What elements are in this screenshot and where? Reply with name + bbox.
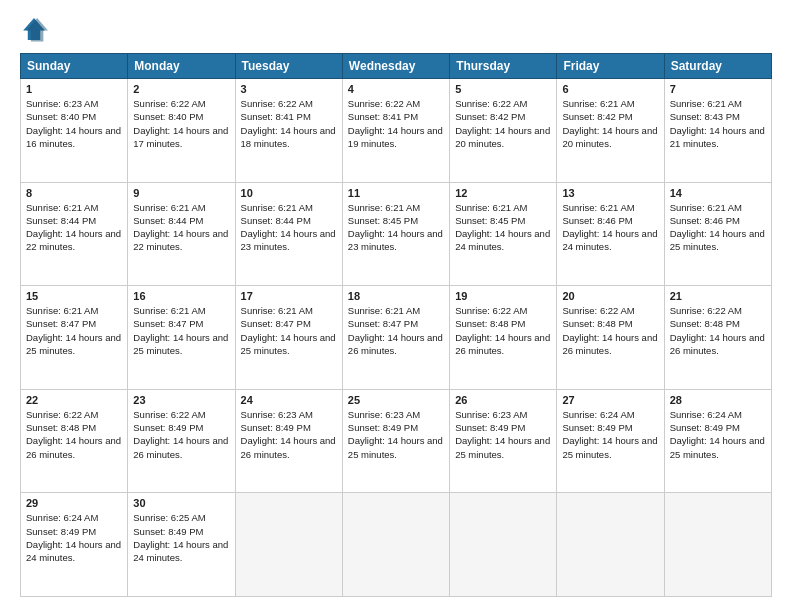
daylight-line: Daylight: 14 hours and 25 minutes. [670,434,766,461]
daylight-line: Daylight: 14 hours and 24 minutes. [455,227,551,254]
calendar-cell: 8 Sunrise: 6:21 AM Sunset: 8:44 PM Dayli… [21,182,128,286]
calendar-cell: 9 Sunrise: 6:21 AM Sunset: 8:44 PM Dayli… [128,182,235,286]
sunset-line: Sunset: 8:42 PM [562,110,658,123]
sunset-line: Sunset: 8:47 PM [348,317,444,330]
day-number: 13 [562,187,658,199]
sunset-line: Sunset: 8:49 PM [455,421,551,434]
calendar-cell: 25 Sunrise: 6:23 AM Sunset: 8:49 PM Dayl… [342,389,449,493]
sunrise-line: Sunrise: 6:21 AM [670,97,766,110]
daylight-line: Daylight: 14 hours and 25 minutes. [26,331,122,358]
sunset-line: Sunset: 8:45 PM [455,214,551,227]
day-header-sunday: Sunday [21,54,128,79]
sunset-line: Sunset: 8:48 PM [562,317,658,330]
day-header-thursday: Thursday [450,54,557,79]
sunrise-line: Sunrise: 6:22 AM [26,408,122,421]
calendar-cell: 26 Sunrise: 6:23 AM Sunset: 8:49 PM Dayl… [450,389,557,493]
day-number: 16 [133,290,229,302]
day-header-wednesday: Wednesday [342,54,449,79]
sunset-line: Sunset: 8:46 PM [562,214,658,227]
logo-icon [20,15,48,43]
daylight-line: Daylight: 14 hours and 20 minutes. [562,124,658,151]
day-number: 17 [241,290,337,302]
daylight-line: Daylight: 14 hours and 26 minutes. [670,331,766,358]
day-number: 22 [26,394,122,406]
calendar-cell: 17 Sunrise: 6:21 AM Sunset: 8:47 PM Dayl… [235,286,342,390]
sunrise-line: Sunrise: 6:23 AM [241,408,337,421]
day-number: 4 [348,83,444,95]
sunset-line: Sunset: 8:49 PM [133,421,229,434]
header [20,15,772,43]
daylight-line: Daylight: 14 hours and 22 minutes. [26,227,122,254]
calendar-cell [235,493,342,597]
sunset-line: Sunset: 8:41 PM [241,110,337,123]
sunrise-line: Sunrise: 6:22 AM [670,304,766,317]
sunrise-line: Sunrise: 6:24 AM [670,408,766,421]
sunset-line: Sunset: 8:44 PM [133,214,229,227]
day-number: 3 [241,83,337,95]
daylight-line: Daylight: 14 hours and 25 minutes. [455,434,551,461]
day-number: 26 [455,394,551,406]
daylight-line: Daylight: 14 hours and 26 minutes. [241,434,337,461]
daylight-line: Daylight: 14 hours and 21 minutes. [670,124,766,151]
calendar-week-3: 15 Sunrise: 6:21 AM Sunset: 8:47 PM Dayl… [21,286,772,390]
sunset-line: Sunset: 8:49 PM [670,421,766,434]
calendar-week-5: 29 Sunrise: 6:24 AM Sunset: 8:49 PM Dayl… [21,493,772,597]
sunset-line: Sunset: 8:49 PM [348,421,444,434]
calendar-table: SundayMondayTuesdayWednesdayThursdayFrid… [20,53,772,597]
calendar-cell: 24 Sunrise: 6:23 AM Sunset: 8:49 PM Dayl… [235,389,342,493]
page: SundayMondayTuesdayWednesdayThursdayFrid… [0,0,792,612]
day-number: 15 [26,290,122,302]
sunrise-line: Sunrise: 6:25 AM [133,511,229,524]
sunrise-line: Sunrise: 6:22 AM [133,97,229,110]
day-number: 5 [455,83,551,95]
daylight-line: Daylight: 14 hours and 25 minutes. [133,331,229,358]
calendar-cell: 14 Sunrise: 6:21 AM Sunset: 8:46 PM Dayl… [664,182,771,286]
calendar-cell: 21 Sunrise: 6:22 AM Sunset: 8:48 PM Dayl… [664,286,771,390]
calendar-cell: 18 Sunrise: 6:21 AM Sunset: 8:47 PM Dayl… [342,286,449,390]
sunrise-line: Sunrise: 6:23 AM [455,408,551,421]
daylight-line: Daylight: 14 hours and 26 minutes. [26,434,122,461]
daylight-line: Daylight: 14 hours and 24 minutes. [133,538,229,565]
calendar-cell: 4 Sunrise: 6:22 AM Sunset: 8:41 PM Dayli… [342,79,449,183]
sunset-line: Sunset: 8:42 PM [455,110,551,123]
calendar-cell: 15 Sunrise: 6:21 AM Sunset: 8:47 PM Dayl… [21,286,128,390]
calendar-cell: 23 Sunrise: 6:22 AM Sunset: 8:49 PM Dayl… [128,389,235,493]
sunset-line: Sunset: 8:49 PM [241,421,337,434]
calendar-cell: 6 Sunrise: 6:21 AM Sunset: 8:42 PM Dayli… [557,79,664,183]
calendar-cell: 19 Sunrise: 6:22 AM Sunset: 8:48 PM Dayl… [450,286,557,390]
sunset-line: Sunset: 8:49 PM [26,525,122,538]
day-number: 20 [562,290,658,302]
day-header-friday: Friday [557,54,664,79]
sunset-line: Sunset: 8:45 PM [348,214,444,227]
day-number: 21 [670,290,766,302]
daylight-line: Daylight: 14 hours and 16 minutes. [26,124,122,151]
daylight-line: Daylight: 14 hours and 26 minutes. [133,434,229,461]
calendar-cell: 3 Sunrise: 6:22 AM Sunset: 8:41 PM Dayli… [235,79,342,183]
sunset-line: Sunset: 8:41 PM [348,110,444,123]
daylight-line: Daylight: 14 hours and 18 minutes. [241,124,337,151]
day-number: 2 [133,83,229,95]
sunset-line: Sunset: 8:48 PM [26,421,122,434]
sunrise-line: Sunrise: 6:21 AM [455,201,551,214]
daylight-line: Daylight: 14 hours and 25 minutes. [670,227,766,254]
sunrise-line: Sunrise: 6:22 AM [562,304,658,317]
daylight-line: Daylight: 14 hours and 23 minutes. [241,227,337,254]
sunrise-line: Sunrise: 6:22 AM [348,97,444,110]
daylight-line: Daylight: 14 hours and 25 minutes. [241,331,337,358]
day-number: 28 [670,394,766,406]
sunset-line: Sunset: 8:47 PM [241,317,337,330]
sunrise-line: Sunrise: 6:21 AM [562,201,658,214]
day-header-monday: Monday [128,54,235,79]
calendar-cell [450,493,557,597]
calendar-cell: 5 Sunrise: 6:22 AM Sunset: 8:42 PM Dayli… [450,79,557,183]
sunrise-line: Sunrise: 6:21 AM [348,304,444,317]
calendar-cell [557,493,664,597]
calendar-cell: 22 Sunrise: 6:22 AM Sunset: 8:48 PM Dayl… [21,389,128,493]
day-number: 12 [455,187,551,199]
calendar-cell: 29 Sunrise: 6:24 AM Sunset: 8:49 PM Dayl… [21,493,128,597]
day-number: 8 [26,187,122,199]
day-header-saturday: Saturday [664,54,771,79]
day-number: 10 [241,187,337,199]
day-number: 24 [241,394,337,406]
day-number: 9 [133,187,229,199]
